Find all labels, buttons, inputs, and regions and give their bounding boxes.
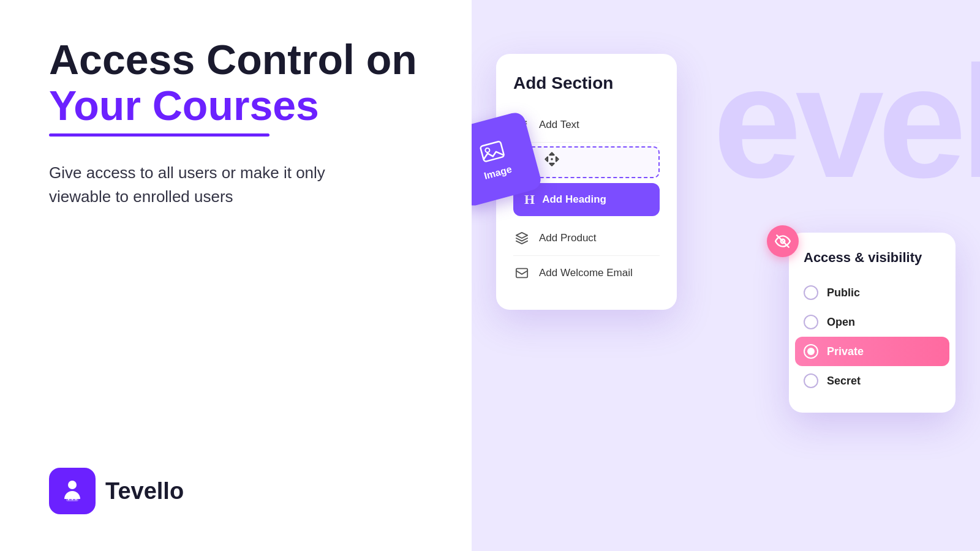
left-panel: Access Control on Your Courses Give acce… [0,0,472,551]
logo-text: Tevello [105,478,184,504]
svg-point-3 [485,148,491,153]
label-private: Private [827,345,864,358]
add-welcome-email-item[interactable]: Add Welcome Email [513,256,660,290]
radio-secret [804,373,818,388]
svg-rect-5 [516,269,527,278]
option-public[interactable]: Public [804,278,941,307]
move-icon[interactable] [541,148,563,170]
image-icon [478,137,507,166]
add-section-title: Add Section [513,73,660,93]
image-label: Image [483,164,513,182]
headline-purple: Your Courses [49,83,423,129]
add-product-label: Add Product [539,232,597,244]
description: Give access to all users or make it only… [49,161,386,209]
eye-icon [775,233,791,249]
logo-icon [49,468,96,514]
option-open[interactable]: Open [804,307,941,337]
option-private[interactable]: Private [795,337,949,366]
right-panel: evel Image Add Section Add Text [472,0,980,551]
add-text-item[interactable]: Add Text [513,108,660,143]
radio-public [804,285,818,300]
underline-bar [49,133,270,137]
eye-badge[interactable] [767,225,799,257]
email-icon [513,264,530,282]
add-product-item[interactable]: Add Product [513,221,660,256]
access-visibility-card: Access & visibility Public Open Private … [789,233,956,413]
option-secret[interactable]: Secret [804,366,941,395]
label-open: Open [827,316,855,329]
radio-private [804,344,818,359]
logo-area: Tevello [49,468,423,514]
add-heading-label: Add Heading [542,193,606,206]
svg-point-0 [68,481,77,489]
add-welcome-email-label: Add Welcome Email [539,267,633,279]
access-visibility-title: Access & visibility [804,250,941,266]
add-text-label: Add Text [539,119,579,131]
svg-point-4 [551,158,553,160]
label-public: Public [827,287,860,299]
radio-inner-private [807,348,815,355]
radio-open [804,315,818,329]
product-icon [513,230,530,247]
headline-black: Access Control on [49,37,423,83]
bg-text-decoration: evel [713,31,980,214]
heading-icon: H [524,192,535,208]
label-secret: Secret [827,375,861,388]
